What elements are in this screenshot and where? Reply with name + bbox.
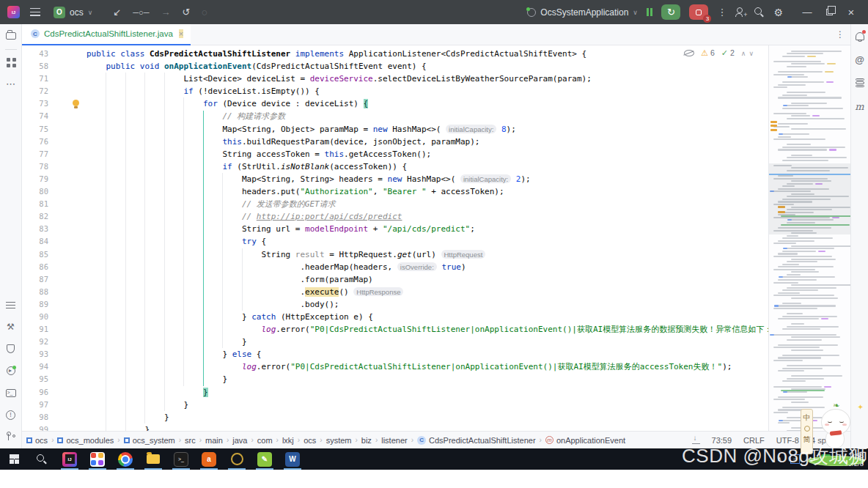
file-explorer-app[interactable] [139,448,167,470]
breadcrumb-item-listener[interactable]: listener› [381,436,413,445]
gutter[interactable] [48,85,84,97]
line-number[interactable]: 83 [22,223,48,235]
line-number[interactable]: 97 [22,399,48,411]
code-line-81[interactable]: 81 // 发送带参数的GET请求 [22,198,768,210]
project-folder-icon[interactable] [5,30,17,42]
gutter[interactable] [48,248,84,261]
breadcrumb-item-src[interactable]: src› [185,436,202,445]
weak-warnings-count[interactable]: ✓ 2 [721,48,735,58]
breadcrumb-item-CdsPredictActualShiftListener[interactable]: CCdsPredictActualShiftListener› [417,436,542,445]
close-button[interactable]: × [840,0,862,24]
terminal-app[interactable]: >_ [167,448,195,470]
gutter[interactable] [48,348,84,361]
breadcrumb-item-biz[interactable]: biz› [361,436,378,445]
line-number[interactable]: 88 [22,286,48,298]
code-with-me-icon[interactable] [735,7,746,17]
start-button[interactable] [0,448,28,470]
gutter[interactable] [48,336,84,348]
gutter[interactable] [48,323,84,336]
gutter[interactable] [48,399,84,411]
intention-bulb-icon[interactable] [73,100,79,106]
navicat-app[interactable] [223,448,251,470]
line-number[interactable]: 43 [22,48,48,60]
line-number[interactable]: 76 [22,136,48,148]
code-line-71[interactable]: 71 List<Device> deviceList = deviceServi… [22,73,768,85]
breadcrumb-item-main[interactable]: main› [205,436,229,445]
line-number[interactable]: 92 [22,336,48,348]
code-line-76[interactable]: 76 this.buildRequestParam(device, jsonOb… [22,136,768,148]
code-line-93[interactable]: 93 } else { [22,348,768,361]
gutter[interactable] [48,311,84,323]
ai-assistant-icon[interactable]: @ [854,53,866,65]
line-number[interactable]: 78 [22,160,48,173]
gutter[interactable] [48,123,84,136]
gutter[interactable] [48,97,84,110]
gutter[interactable] [48,424,84,431]
pause-icon[interactable] [647,8,653,16]
restore-button[interactable] [818,0,840,24]
settings-gear-icon[interactable]: ⚙ [773,7,783,18]
code-line-97[interactable]: 97 } [22,399,768,411]
line-number[interactable]: 90 [22,311,48,323]
notepadpp-app[interactable]: ✎ [251,448,279,470]
code-line-94[interactable]: 94 log.error("P0|CdsPredictActualShiftLi… [22,361,768,373]
run-configuration-widget[interactable]: OcsSystemApplication ∨ [527,7,638,18]
breadcrumb-item-ocs[interactable]: ocs› [26,436,54,445]
line-number[interactable]: 79 [22,173,48,185]
line-number[interactable]: 99 [22,424,48,431]
gutter[interactable] [48,185,84,198]
code-line-83[interactable]: 83 String url = modelEndpoint + "/api/cd… [22,223,768,235]
line-number[interactable]: 71 [22,73,48,85]
gutter[interactable] [48,60,84,73]
code-line-78[interactable]: 78 if (StrUtil.isNotBlank(accessToken)) … [22,160,768,173]
code-line-96[interactable]: 96 } [22,386,768,399]
todo-icon[interactable] [5,299,17,311]
gutter[interactable] [48,173,84,185]
code-line-92[interactable]: 92 } [22,336,768,348]
intellij-idea-app[interactable]: IJ [56,448,84,470]
line-number[interactable]: 74 [22,110,48,122]
endpoints-icon[interactable] [5,343,17,355]
stop-button[interactable]: 3 [689,4,708,20]
build-icon[interactable]: ⚒ [5,321,17,333]
code-line-82[interactable]: 82 // http://ip:port/api/cds/predict [22,210,768,223]
line-number[interactable]: 81 [22,198,48,210]
code-line-87[interactable]: 87 .form(paramMap) [22,273,768,286]
line-number[interactable]: 93 [22,348,48,361]
line-number[interactable]: 91 [22,323,48,336]
database-icon[interactable] [854,77,866,89]
inspection-widget[interactable]: ⚠ 6 ✓ 2 ∧∨ [681,48,760,58]
line-number[interactable]: 85 [22,248,48,261]
code-line-80[interactable]: 80 headers.put("Authorization", "Bearer … [22,185,768,198]
code-line-99[interactable]: 99 } [22,424,768,431]
code-line-90[interactable]: 90 } catch (HttpException e) { [22,311,768,323]
gutter[interactable] [48,373,84,385]
terminal-icon[interactable]: >_ [5,387,17,399]
more-tool-windows-icon[interactable]: ⋯ [5,78,17,89]
code-line-85[interactable]: 85 String result = HttpRequest.get(url) … [22,248,768,261]
line-number[interactable]: 96 [22,386,48,399]
windows-search-icon[interactable] [28,448,56,470]
minimize-button[interactable]: — [796,0,818,24]
gutter[interactable] [48,261,84,273]
tab-options-icon[interactable]: ⋮ [836,29,845,40]
vcs-commit-icon[interactable]: ─○─ [133,8,149,17]
code-line-95[interactable]: 95 } [22,373,768,385]
gutter[interactable] [48,235,84,248]
code-line-77[interactable]: 77 String accessToken = this.getAccessTo… [22,148,768,160]
services-icon[interactable] [5,365,17,377]
code-line-73[interactable]: 73 for (Device device : deviceList) { [22,97,768,110]
code-line-75[interactable]: 75 Map<String, Object> paramMap = new Ha… [22,123,768,136]
gutter[interactable] [48,286,84,298]
line-number[interactable]: 82 [22,210,48,223]
vcs-update-icon[interactable]: ↙ [113,7,121,18]
code-minimap[interactable] [768,45,850,431]
more-actions-icon[interactable]: ⋮ [717,7,727,18]
close-tab-icon[interactable]: × [179,29,183,38]
launcher-app[interactable] [84,448,111,470]
orange-app[interactable]: a [195,448,223,470]
problems-icon[interactable]: ! [5,409,17,421]
next-problem-icon[interactable]: ∨ [749,50,757,57]
prev-problem-icon[interactable]: ∧ [741,50,749,57]
code-line-84[interactable]: 84 try { [22,235,768,248]
